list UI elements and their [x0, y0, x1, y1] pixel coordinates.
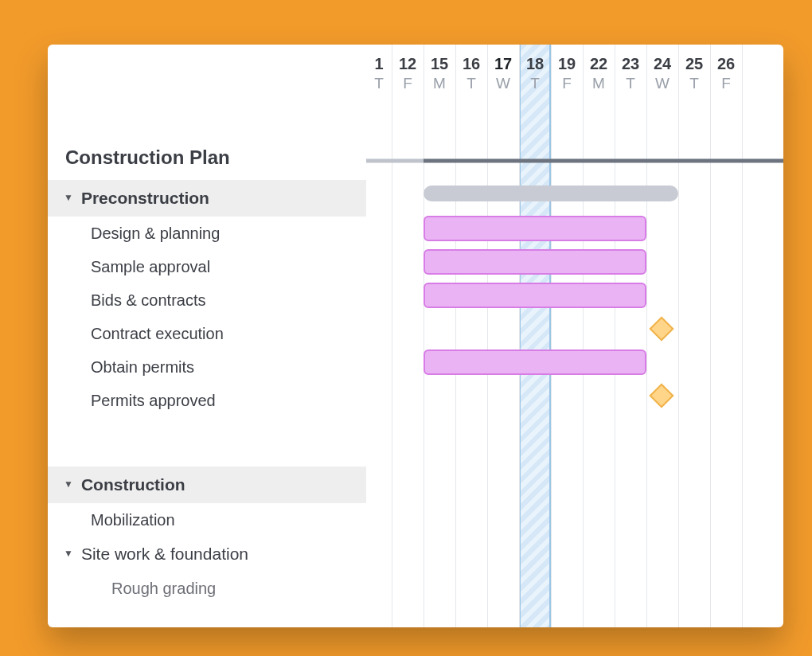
- day-number: 17: [487, 54, 519, 73]
- task-row[interactable]: Bids & contracts: [48, 283, 366, 317]
- task-row[interactable]: Mobilization: [48, 503, 366, 537]
- task-row[interactable]: Obtain permits: [48, 350, 366, 384]
- gantt-group-row: [366, 175, 783, 212]
- project-title: Construction Plan: [48, 146, 366, 180]
- summary-bar: [424, 158, 783, 162]
- summary-bar: [366, 158, 424, 162]
- task-label: Obtain permits: [91, 358, 194, 377]
- group-label: Construction: [81, 475, 185, 494]
- task-bar[interactable]: [424, 249, 646, 275]
- gantt-spacer: [366, 412, 783, 462]
- gantt-group-row: [366, 462, 783, 498]
- task-label: Permits approved: [91, 392, 216, 410]
- group-header-preconstruction[interactable]: ▼ Preconstruction: [48, 180, 366, 217]
- timeline-header: 1 T 12 F 15 M 16 T 17 W 18 T: [366, 45, 783, 110]
- app-window: Construction Plan ▼ Preconstruction Desi…: [48, 45, 783, 627]
- gantt-body: [366, 110, 783, 627]
- day-number: 25: [678, 54, 710, 73]
- task-row[interactable]: Design & planning: [48, 217, 366, 250]
- task-list-panel: Construction Plan ▼ Preconstruction Desi…: [48, 45, 366, 627]
- group-label: Preconstruction: [81, 189, 209, 208]
- day-header[interactable]: 15 M: [424, 45, 455, 110]
- task-row[interactable]: Rough grading: [48, 572, 366, 605]
- day-letter: T: [455, 73, 487, 95]
- task-label: Bids & contracts: [91, 291, 206, 310]
- day-letter: F: [392, 73, 424, 95]
- day-number: 12: [392, 54, 424, 73]
- gantt-task-row: [366, 245, 783, 279]
- day-letter: T: [615, 73, 646, 95]
- day-letter: T: [366, 73, 392, 95]
- spacer: [48, 417, 366, 467]
- task-label: Design & planning: [91, 225, 220, 243]
- gantt-task-row: [366, 279, 783, 312]
- day-letter: T: [678, 73, 710, 95]
- gantt-task-row: [366, 346, 783, 379]
- day-header-today[interactable]: 17 W: [487, 45, 519, 110]
- day-number: 1: [366, 54, 392, 73]
- day-header[interactable]: 25 T: [678, 45, 710, 110]
- gantt-subgroup-row: [366, 532, 783, 567]
- task-bar[interactable]: [424, 216, 646, 241]
- caret-down-icon: ▼: [64, 192, 73, 203]
- caret-down-icon: ▼: [64, 478, 73, 490]
- gantt-task-row: [366, 567, 783, 600]
- timeline-panel[interactable]: 1 T 12 F 15 M 16 T 17 W 18 T: [366, 45, 783, 627]
- task-label: Rough grading: [111, 580, 216, 598]
- day-header[interactable]: 18 T: [519, 45, 551, 110]
- day-letter: W: [487, 73, 519, 95]
- gantt-summary-row: [366, 110, 783, 175]
- day-header[interactable]: 23 T: [615, 45, 646, 110]
- day-number: 24: [646, 54, 678, 73]
- day-letter: M: [424, 73, 455, 95]
- gantt-task-row: [366, 312, 783, 346]
- gantt-task-row: [366, 498, 783, 532]
- day-number: 26: [710, 54, 742, 73]
- task-label: Contract execution: [91, 325, 224, 343]
- day-letter: F: [710, 73, 742, 95]
- task-row[interactable]: Sample approval: [48, 250, 366, 283]
- day-letter: T: [519, 73, 551, 95]
- group-header-construction[interactable]: ▼ Construction: [48, 467, 366, 503]
- caret-down-icon: ▼: [64, 548, 73, 559]
- task-bar[interactable]: [424, 283, 646, 308]
- day-header[interactable]: 12 F: [392, 45, 424, 110]
- task-row[interactable]: Contract execution: [48, 317, 366, 350]
- day-letter: W: [646, 73, 678, 95]
- day-number: 19: [551, 54, 583, 73]
- milestone-icon[interactable]: [649, 383, 673, 408]
- task-bar[interactable]: [424, 349, 646, 375]
- gantt-task-row: [366, 379, 783, 412]
- milestone-icon[interactable]: [649, 316, 673, 341]
- day-header[interactable]: 19 F: [551, 45, 583, 110]
- subgroup-header-sitework[interactable]: ▼ Site work & foundation: [48, 537, 366, 572]
- task-row[interactable]: Permits approved: [48, 384, 366, 417]
- day-number: 16: [455, 54, 487, 73]
- day-header[interactable]: 16 T: [455, 45, 487, 110]
- task-label: Mobilization: [91, 511, 175, 529]
- day-header[interactable]: 22 M: [583, 45, 615, 110]
- day-letter: M: [583, 73, 615, 95]
- day-header[interactable]: 26 F: [710, 45, 742, 110]
- day-number: 15: [424, 54, 455, 73]
- day-number: 18: [519, 54, 551, 73]
- day-header[interactable]: 1 T: [366, 45, 392, 110]
- group-summary-bar[interactable]: [424, 185, 678, 201]
- task-label: Sample approval: [91, 258, 210, 276]
- gantt-task-row: [366, 212, 783, 245]
- day-letter: F: [551, 73, 583, 95]
- day-header[interactable]: 24 W: [646, 45, 678, 110]
- day-number: 23: [615, 54, 646, 73]
- day-number: 22: [583, 54, 615, 73]
- subgroup-label: Site work & foundation: [81, 545, 248, 564]
